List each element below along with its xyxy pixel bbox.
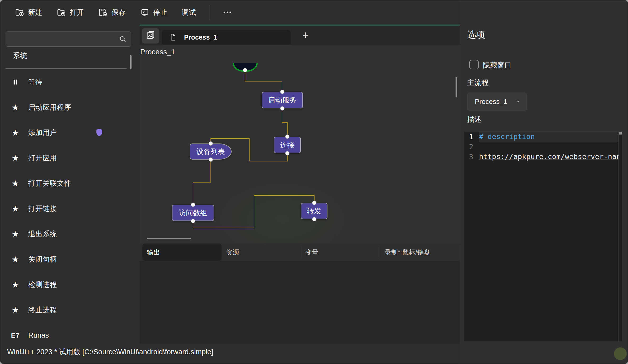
folder-plus-icon xyxy=(15,8,24,17)
stop-icon xyxy=(140,8,149,17)
sidebar-item-5[interactable]: ★打开链接 xyxy=(0,196,135,221)
sidebar-item-label: 检测进程 xyxy=(28,280,57,289)
editor-line-2: 2 xyxy=(464,142,622,152)
flow-node-label: 启动服务 xyxy=(268,95,297,105)
toolbar: 新建打开保存停止调试 xyxy=(12,4,235,21)
floating-status-button[interactable] xyxy=(614,347,627,360)
line-content xyxy=(479,142,618,152)
sidebar-item-label: 打开链接 xyxy=(28,204,57,213)
toolbar-button-3[interactable]: 停止 xyxy=(137,6,170,19)
file-icon xyxy=(169,33,177,41)
sidebar: 系统 等待★启动应用程序★添加用户★打开应用★打开关联文件★打开链接★退出系统★… xyxy=(0,27,135,343)
options-panel: 选项 隐藏窗口 主流程 Process_1 描述 1# description2… xyxy=(460,0,628,364)
statusbar: WinUi++ 2023 * 试用版 [C:\Source\WinUi\andr… xyxy=(0,343,460,361)
star-icon: ★ xyxy=(9,129,21,137)
sidebar-item-2[interactable]: ★添加用户 xyxy=(0,120,135,145)
sidebar-item-label: 关闭句柄 xyxy=(28,255,57,264)
toolbar-overflow-button[interactable] xyxy=(220,6,235,19)
document-tab-strip: Process_1 + xyxy=(140,26,460,45)
bottom-tab-label: 录制* 鼠标/键盘 xyxy=(385,248,430,257)
flow-node-n2[interactable]: 连接 xyxy=(274,137,301,153)
bottom-tab-0[interactable]: 输出 xyxy=(142,243,222,261)
pause-icon xyxy=(9,78,21,86)
sidebar-item-8[interactable]: ★检测进程 xyxy=(0,272,135,297)
sidebar-item-label: 等待 xyxy=(28,77,43,87)
line-number: 2 xyxy=(464,143,479,151)
star-icon: ★ xyxy=(9,230,21,238)
status-text: WinUi++ 2023 * 试用版 [C:\Source\WinUi\andr… xyxy=(7,347,213,357)
flow-node-label: 转发 xyxy=(307,206,321,216)
sidebar-item-9[interactable]: ★终止进程 xyxy=(0,297,135,323)
tab-label: Process_1 xyxy=(184,33,217,41)
flow-canvas[interactable]: Process_1 启动服务连接设备列表访问数组转发 xyxy=(140,45,460,243)
folder-open-icon xyxy=(57,8,66,17)
sidebar-item-label: 添加用户 xyxy=(28,128,57,137)
sidebar-item-label: 启动应用程序 xyxy=(28,103,71,112)
bottom-tab-2[interactable]: 变量 xyxy=(301,243,380,261)
main-process-label: 主流程 xyxy=(467,78,489,87)
editor-lines: 1# description23https://apkpure.com/webs… xyxy=(464,132,622,162)
bottom-tab-label: 输出 xyxy=(147,248,160,257)
line-content: # description xyxy=(479,132,618,142)
chevron-down-icon xyxy=(514,98,521,105)
sidebar-item-label: 打开应用 xyxy=(28,153,57,163)
add-tab-button[interactable]: + xyxy=(298,28,313,42)
toolbar-separator xyxy=(209,4,209,20)
search-icon xyxy=(119,35,127,43)
section-divider xyxy=(6,68,126,69)
app-window: 新建打开保存停止调试 xyxy=(0,0,628,364)
runas-icon: E7 xyxy=(9,332,21,339)
editor-line-3: 3https://apkpure.com/webserver-nano xyxy=(464,152,622,162)
sidebar-item-1[interactable]: ★启动应用程序 xyxy=(0,95,135,120)
description-editor[interactable]: 1# description23https://apkpure.com/webs… xyxy=(464,132,622,341)
flow-node-label: 连接 xyxy=(280,140,294,150)
star-icon: ★ xyxy=(9,103,21,112)
bottom-tab-3[interactable]: 录制* 鼠标/键盘 xyxy=(380,243,459,261)
editor-scrollbar[interactable] xyxy=(618,132,622,341)
editor-line-1: 1# description xyxy=(464,132,622,142)
line-number: 1 xyxy=(464,133,479,141)
sidebar-item-3[interactable]: ★打开应用 xyxy=(0,145,135,171)
toolbar-button-1[interactable]: 打开 xyxy=(54,6,87,19)
toolbar-button-2[interactable]: 保存 xyxy=(96,6,128,19)
sidebar-section-title: 系统 xyxy=(13,51,27,60)
flow-node-n1[interactable]: 启动服务 xyxy=(262,92,303,108)
star-icon: ★ xyxy=(9,179,21,188)
flow-node-n4[interactable]: 访问数组 xyxy=(172,205,214,221)
options-title: 选项 xyxy=(467,29,485,41)
hide-window-checkbox[interactable] xyxy=(469,60,479,69)
toolbar-button-label: 保存 xyxy=(111,8,126,17)
sidebar-item-4[interactable]: ★打开关联文件 xyxy=(0,171,135,196)
hide-window-label: 隐藏窗口 xyxy=(483,60,512,70)
sidebar-item-label: 退出系统 xyxy=(28,229,57,239)
flow-node-label: 设备列表 xyxy=(196,147,225,156)
line-number: 3 xyxy=(464,153,479,161)
save-icon xyxy=(98,8,108,17)
star-icon: ★ xyxy=(9,306,21,314)
shield-icon xyxy=(95,128,103,137)
sidebar-item-label: 打开关联文件 xyxy=(28,179,71,188)
ellipsis-icon xyxy=(223,8,232,17)
star-icon: ★ xyxy=(9,255,21,264)
sidebar-item-7[interactable]: ★关闭句柄 xyxy=(0,247,135,272)
tab-process-1[interactable]: Process_1 xyxy=(162,30,291,45)
toolbar-button-label: 新建 xyxy=(28,8,42,17)
flow-node-n5[interactable]: 转发 xyxy=(301,203,327,219)
flow-node-n3[interactable]: 设备列表 xyxy=(190,143,232,160)
search-input[interactable] xyxy=(6,35,119,43)
screenshot-view-button[interactable] xyxy=(142,28,159,44)
star-icon: ★ xyxy=(9,205,21,213)
sidebar-item-6[interactable]: ★退出系统 xyxy=(0,221,135,247)
toolbar-button-4[interactable]: 调试 xyxy=(179,6,199,19)
star-icon: ★ xyxy=(9,281,21,289)
toolbar-button-0[interactable]: 新建 xyxy=(12,6,45,19)
process-select-value: Process_1 xyxy=(475,98,514,106)
action-list: 等待★启动应用程序★添加用户★打开应用★打开关联文件★打开链接★退出系统★关闭句… xyxy=(0,69,135,348)
sidebar-scrollbar[interactable] xyxy=(130,55,132,69)
output-panel xyxy=(140,261,460,344)
sidebar-item-0[interactable]: 等待 xyxy=(0,69,135,95)
description-label: 描述 xyxy=(467,115,481,124)
editor-scrollbar-thumb[interactable] xyxy=(619,132,622,135)
process-select[interactable]: Process_1 xyxy=(467,93,527,111)
bottom-tab-1[interactable]: 资源 xyxy=(222,243,301,261)
